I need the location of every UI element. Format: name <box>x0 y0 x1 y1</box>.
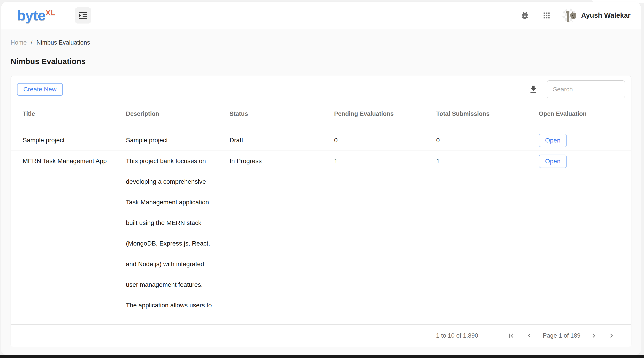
user-avatar[interactable] <box>562 8 576 22</box>
logo-sup-text: XL <box>46 9 55 16</box>
description-text: Sample project <box>126 130 230 151</box>
search-input[interactable] <box>547 80 625 98</box>
table-row: MERN Task Management App This project ba… <box>11 151 631 320</box>
desktop-bottom-strip <box>0 355 644 358</box>
logo-text: byte <box>17 8 46 23</box>
column-header-total: Total Submissions <box>436 98 539 130</box>
cell-action: Open <box>539 130 631 151</box>
column-header-title: Title <box>11 98 126 130</box>
cell-status: In Progress <box>230 151 334 320</box>
cell-status: Draft <box>230 130 334 151</box>
app-window: byte XL <box>1 2 641 355</box>
column-header-pending: Pending Evaluations <box>334 98 436 130</box>
open-evaluation-button[interactable]: Open <box>539 155 567 168</box>
cat-photo <box>566 11 576 22</box>
column-header-open: Open Evaluation <box>539 98 631 130</box>
sidebar-toggle-button[interactable] <box>75 7 91 23</box>
cell-total: 0 <box>436 130 539 151</box>
column-header-description: Description <box>126 98 230 130</box>
apps-grid-icon <box>542 11 551 20</box>
last-page-icon <box>608 332 616 340</box>
create-new-button[interactable]: Create New <box>17 83 63 96</box>
cell-pending: 0 <box>334 130 436 151</box>
previous-page-button[interactable] <box>525 332 534 340</box>
chevron-right-icon <box>590 332 598 340</box>
open-evaluation-button[interactable]: Open <box>539 134 567 147</box>
evaluations-card: Create New Title Description Status P <box>10 76 632 347</box>
cell-description: Sample project <box>126 130 230 151</box>
breadcrumb-home-link[interactable]: Home <box>10 39 27 46</box>
cell-pending: 1 <box>334 151 436 320</box>
chevron-left-icon <box>525 332 534 340</box>
card-toolbar: Create New <box>11 76 631 98</box>
table-row: Sample project Sample project Draft 0 0 … <box>11 130 631 151</box>
cell-total: 1 <box>436 151 539 320</box>
pagination-bar: 1 to 10 of 1,890 Page 1 of 189 <box>11 324 631 347</box>
table-header-row: Title Description Status Pending Evaluat… <box>11 98 631 130</box>
pagination-page-label: Page 1 of 189 <box>543 332 580 339</box>
top-navbar: byte XL <box>1 2 641 29</box>
report-bug-button[interactable] <box>520 11 530 20</box>
first-page-button[interactable] <box>507 332 515 340</box>
cell-title: MERN Task Management App <box>11 151 126 320</box>
column-header-status: Status <box>230 98 334 130</box>
cell-title: Sample project <box>11 130 126 151</box>
breadcrumb-separator: / <box>31 39 32 46</box>
page-content: Home / Nimbus Evaluations Nimbus Evaluat… <box>1 39 641 347</box>
description-text: This project bank focuses on developing … <box>126 151 230 316</box>
bytexl-logo[interactable]: byte XL <box>17 8 55 23</box>
bug-icon <box>520 11 530 20</box>
next-page-button[interactable] <box>590 332 598 340</box>
download-button[interactable] <box>528 84 538 94</box>
indent-menu-icon <box>78 10 88 21</box>
pagination-range-label: 1 to 10 of 1,890 <box>436 332 478 339</box>
breadcrumb: Home / Nimbus Evaluations <box>10 39 632 46</box>
last-page-button[interactable] <box>608 332 616 340</box>
apps-grid-button[interactable] <box>542 11 551 20</box>
first-page-icon <box>507 332 515 340</box>
breadcrumb-current: Nimbus Evaluations <box>36 39 90 46</box>
download-icon <box>528 84 538 94</box>
cell-description: This project bank focuses on developing … <box>126 151 230 320</box>
cell-action: Open <box>539 151 631 320</box>
page-title: Nimbus Evaluations <box>10 57 632 66</box>
evaluations-table: Title Description Status Pending Evaluat… <box>11 98 631 320</box>
user-name[interactable]: Ayush Walekar <box>581 11 630 19</box>
